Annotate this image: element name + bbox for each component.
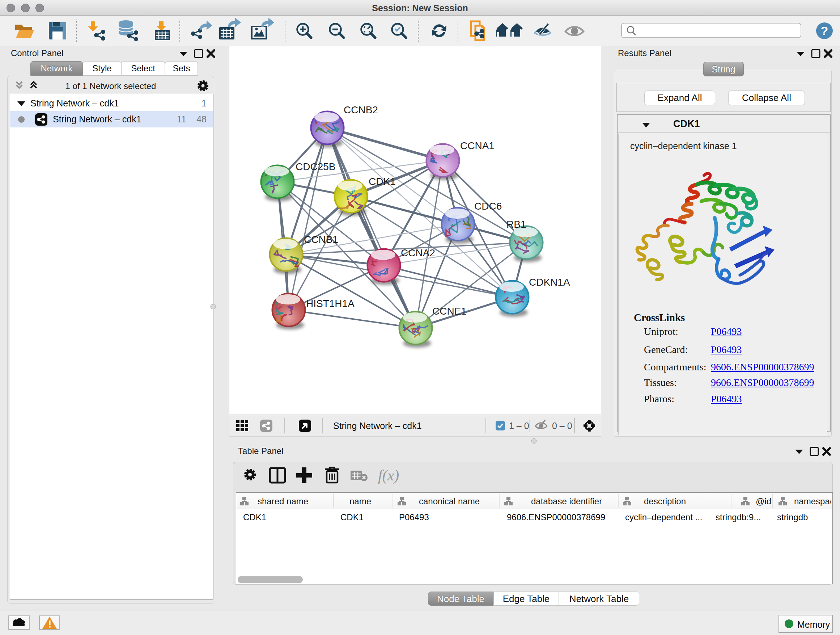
svg-text:CCNA2: CCNA2 <box>401 247 435 258</box>
svg-text:RB1: RB1 <box>507 219 526 230</box>
svg-text:CCNB2: CCNB2 <box>344 104 378 116</box>
svg-text:CDC6: CDC6 <box>474 201 502 212</box>
svg-text:name: name <box>349 496 371 506</box>
svg-text:1 – 0: 1 – 0 <box>509 421 529 431</box>
svg-text:CCNB1: CCNB1 <box>304 234 338 245</box>
svg-text:@id: @id <box>756 496 771 506</box>
svg-text:CCNA1: CCNA1 <box>460 140 494 151</box>
svg-text:CDC25B: CDC25B <box>295 161 335 172</box>
svg-text:0 – 0: 0 – 0 <box>552 421 572 431</box>
svg-text:CDKN1A: CDKN1A <box>529 277 570 288</box>
svg-text:f(x): f(x) <box>378 467 399 484</box>
svg-text:shared name: shared name <box>257 496 308 506</box>
svg-text:database identifier: database identifier <box>531 496 602 506</box>
svg-text:?: ? <box>821 24 829 38</box>
svg-text:HIST1H1A: HIST1H1A <box>306 298 355 309</box>
svg-text:description: description <box>644 496 686 506</box>
svg-text:String Network – cdk1: String Network – cdk1 <box>333 421 422 431</box>
svg-text:namespace: namespace <box>794 496 831 506</box>
svg-text:CDK1: CDK1 <box>369 176 396 187</box>
svg-text:CCNE1: CCNE1 <box>432 306 467 317</box>
svg-text:canonical name: canonical name <box>419 496 480 506</box>
